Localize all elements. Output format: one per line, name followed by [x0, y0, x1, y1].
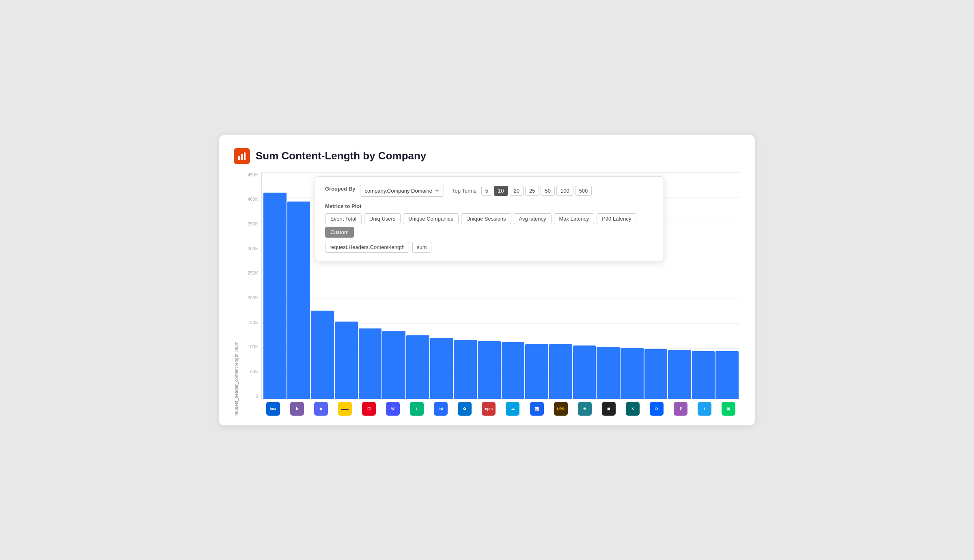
bar-amplitude	[525, 344, 548, 399]
x-logo-podcast: 🎙	[669, 402, 692, 416]
bar-box	[263, 193, 287, 399]
x-logo-npm: npm	[477, 402, 500, 416]
term-btn-100[interactable]: 100	[556, 186, 573, 196]
metric-btn-custom[interactable]: Custom	[325, 227, 354, 238]
term-btn-25[interactable]: 25	[525, 186, 539, 196]
bar-vanta	[597, 347, 620, 399]
x-logo-vanta: ◼	[597, 402, 620, 416]
svg-rect-1	[241, 154, 243, 160]
x-logo-dhl: ◆	[309, 402, 332, 416]
bar-badoo	[287, 202, 310, 399]
card-header: Sum Content-Length by Company	[234, 148, 740, 164]
chevron-down-icon	[435, 188, 440, 193]
top-terms-buttons: 5 10 20 25 50 100 500	[481, 186, 592, 196]
bar-turo	[406, 335, 429, 399]
bar-webflow	[359, 328, 382, 399]
bar-writesonic	[382, 331, 405, 399]
y-tick-150k: 150K	[240, 320, 258, 325]
y-tick-350k: 350K	[240, 221, 258, 226]
chart-area: Grouped By company.Company Domaine Top T…	[234, 172, 740, 416]
metric-btn-p90-latency[interactable]: P90 Latency	[597, 213, 636, 224]
x-logo-intuit: int	[429, 402, 453, 416]
x-logo-ups: UPS	[549, 402, 572, 416]
x-logo-twitter: t	[693, 402, 716, 416]
metric-btn-max-latency[interactable]: Max Latency	[554, 213, 595, 224]
custom-agg: sum	[412, 242, 431, 253]
top-terms-label: Top Terms	[452, 188, 476, 194]
bar-intuit	[430, 338, 453, 399]
bar-salesforce	[502, 342, 525, 399]
bar-dropbox	[644, 349, 668, 399]
grouped-by-value: company.Company Domaine	[364, 188, 432, 194]
x-logo-writesonic: W	[381, 402, 404, 416]
x-logo-turo: ţ	[405, 402, 429, 416]
x-logo-box: box	[261, 402, 284, 416]
x-logo-badoo: b	[285, 402, 308, 416]
metrics-buttons: Event Total Uniq Users Unique Companies …	[325, 213, 654, 238]
x-logo-dropbox: D	[645, 402, 668, 416]
y-tick-450k: 450K	[240, 172, 258, 177]
y-tick-50k: 50K	[240, 369, 258, 374]
custom-metric-row: request.Headers.Content-length sum	[325, 242, 654, 253]
metrics-section: Metrics to Plot Event Total Uniq Users U…	[325, 203, 654, 253]
y-tick-0: 0	[240, 394, 258, 399]
x-logo-perplexity: ✳	[573, 402, 596, 416]
term-btn-20[interactable]: 20	[510, 186, 524, 196]
bar-npm	[478, 341, 501, 399]
y-tick-250k: 250K	[240, 270, 258, 275]
grouped-by-row: Grouped By company.Company Domaine Top T…	[325, 185, 654, 197]
term-btn-50[interactable]: 50	[541, 186, 554, 196]
grouped-by-select[interactable]: company.Company Domaine	[360, 185, 444, 197]
bar-nintex	[335, 322, 358, 399]
x-logo-walmart: ✿	[453, 402, 476, 416]
x-logo-nintex: ▬▬	[333, 402, 356, 416]
metrics-label: Metrics to Plot	[325, 203, 654, 209]
y-axis-label: reuqest_header_content-length | sum	[234, 172, 239, 416]
metric-btn-event-total[interactable]: Event Total	[325, 213, 362, 224]
y-tick-200k: 200K	[240, 295, 258, 300]
x-logos: boxb◆▬▬☐Wţint✿npm☁📊UPS✳◼XD🎙t▣	[240, 402, 740, 416]
y-tick-300k: 300K	[240, 246, 258, 251]
y-ticks: 0 50K 100K 150K 200K 250K 300K 350K 400K…	[240, 172, 258, 399]
bar-xing	[621, 348, 644, 399]
x-logo-salesforce: ☁	[501, 402, 524, 416]
metric-btn-avg-latency[interactable]: Avg latency	[514, 213, 552, 224]
bar-discord	[715, 351, 739, 399]
y-tick-100k: 100K	[240, 344, 258, 349]
chart-icon	[234, 148, 250, 164]
x-logo-discord: ▣	[717, 402, 740, 416]
metric-btn-unique-sessions[interactable]: Unique Sessions	[461, 213, 511, 224]
main-card: Sum Content-Length by Company Grouped By…	[219, 135, 755, 425]
custom-field: request.Headers.Content-length	[325, 242, 409, 253]
metric-btn-uniq-users[interactable]: Uniq Users	[364, 213, 401, 224]
bar-twitter	[692, 351, 715, 399]
term-btn-5[interactable]: 5	[481, 186, 492, 196]
metric-btn-unique-companies[interactable]: Unique Companies	[403, 213, 459, 224]
bar-dhl	[311, 311, 334, 399]
bar-ups	[549, 344, 572, 399]
x-logo-amplitude: 📊	[525, 402, 548, 416]
bar-podcast	[668, 350, 691, 399]
page-title: Sum Content-Length by Company	[256, 150, 426, 162]
x-logo-xing: X	[621, 402, 644, 416]
term-btn-10[interactable]: 10	[494, 186, 508, 196]
bar-chart-icon	[237, 151, 247, 161]
settings-popup: Grouped By company.Company Domaine Top T…	[315, 176, 664, 261]
svg-rect-0	[238, 156, 240, 160]
x-logo-webflow: ☐	[357, 402, 380, 416]
grouped-by-label: Grouped By	[325, 186, 355, 192]
svg-rect-2	[244, 152, 246, 160]
bar-perplexity	[573, 345, 596, 399]
bar-walmart	[454, 340, 477, 399]
y-tick-400k: 400K	[240, 197, 258, 202]
term-btn-500[interactable]: 500	[575, 186, 592, 196]
